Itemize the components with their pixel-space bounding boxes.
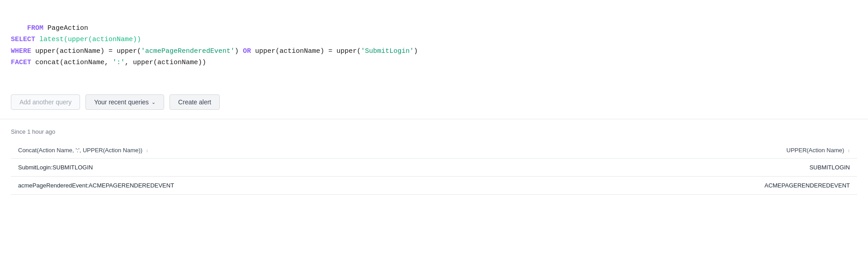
sort-icon-concat[interactable]: ↕ xyxy=(146,148,148,153)
create-alert-label: Create alert xyxy=(178,98,211,106)
add-query-button[interactable]: Add another query xyxy=(11,94,80,110)
line3-part4: ) xyxy=(414,47,418,55)
line4-string1: ':' xyxy=(113,59,125,66)
keyword-select: SELECT xyxy=(11,36,35,43)
cell-concat-2: acmePageRenderedEvent:ACMEPAGERENDEREDEV… xyxy=(11,177,544,195)
cell-upper-2: ACMEPAGERENDEREDEVENT xyxy=(544,177,857,195)
results-table: Concat(Action Name, ':', UPPER(Action Na… xyxy=(11,142,857,195)
keyword-or: OR xyxy=(243,47,251,55)
line3-string2: 'SubmitLogin' xyxy=(361,47,414,55)
line3-part1: upper(actionName) = upper( xyxy=(31,47,141,55)
keyword-facet: FACET xyxy=(11,59,31,66)
recent-queries-button[interactable]: Your recent queries ⌄ xyxy=(85,94,164,110)
keyword-from: FROM xyxy=(27,24,43,32)
chevron-down-icon: ⌄ xyxy=(151,99,156,105)
column-header-concat: Concat(Action Name, ':', UPPER(Action Na… xyxy=(11,142,544,159)
results-section: Since 1 hour ago Concat(Action Name, ':'… xyxy=(0,119,868,195)
line2-rest: latest(upper(actionName)) xyxy=(35,36,141,43)
line3-part3: upper(actionName) = upper( xyxy=(251,47,361,55)
keyword-where: WHERE xyxy=(11,47,31,55)
code-section: FROM PageAction SELECT latest(upper(acti… xyxy=(0,0,868,87)
line1: FROM PageAction SELECT latest(upper(acti… xyxy=(11,24,418,67)
cell-concat-1: SubmitLogin:SUBMITLOGIN xyxy=(11,159,544,177)
since-label: Since 1 hour ago xyxy=(11,128,857,135)
create-alert-button[interactable]: Create alert xyxy=(170,94,220,110)
line3-string1: 'acmePageRenderedEvent' xyxy=(141,47,235,55)
add-query-label: Add another query xyxy=(19,98,71,106)
sort-icon-upper[interactable]: ↕ xyxy=(848,148,850,153)
recent-queries-label: Your recent queries xyxy=(94,98,149,106)
line1-rest: PageAction xyxy=(43,24,88,32)
toolbar: Add another query Your recent queries ⌄ … xyxy=(0,87,868,119)
table-header-row: Concat(Action Name, ':', UPPER(Action Na… xyxy=(11,142,857,159)
table-row: acmePageRenderedEvent:ACMEPAGERENDEREDEV… xyxy=(11,177,857,195)
column-header-upper: UPPER(Action Name) ↕ xyxy=(544,142,857,159)
line3-part2: ) xyxy=(235,47,243,55)
table-row: SubmitLogin:SUBMITLOGIN SUBMITLOGIN xyxy=(11,159,857,177)
cell-upper-1: SUBMITLOGIN xyxy=(544,159,857,177)
line4-rest: concat(actionName, xyxy=(31,59,113,66)
code-block: FROM PageAction SELECT latest(upper(acti… xyxy=(11,11,857,80)
line4-rest2: , upper(actionName)) xyxy=(125,59,206,66)
